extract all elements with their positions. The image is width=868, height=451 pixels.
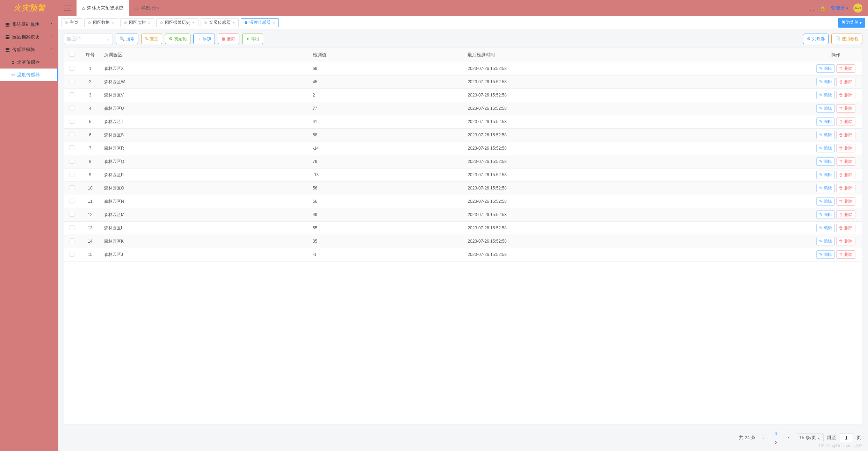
- top-tab-main[interactable]: ⌂ 森林火灾预警系统: [77, 0, 129, 16]
- workspace-tab[interactable]: 温度传感器×: [241, 18, 279, 27]
- select-all-checkbox[interactable]: [70, 52, 74, 57]
- workspace-tab[interactable]: 主页: [61, 18, 82, 27]
- page-size-select[interactable]: 15 条/页 ⌄: [797, 433, 824, 442]
- workspace-tab[interactable]: 园区监控×: [120, 18, 154, 27]
- menu-group[interactable]: 系统基础模块˅: [0, 18, 58, 31]
- page-number-button[interactable]: 2: [772, 438, 781, 447]
- row-delete-button[interactable]: 🗑删除: [836, 184, 855, 192]
- row-checkbox[interactable]: [70, 238, 74, 243]
- column-filter-button[interactable]: ⚙列筛选: [803, 34, 829, 44]
- jump-input[interactable]: [840, 433, 853, 442]
- row-checkbox[interactable]: [70, 79, 74, 84]
- row-delete-button[interactable]: 🗑删除: [836, 157, 855, 166]
- tutorial-button[interactable]: 📄使用教程: [831, 34, 862, 44]
- row-delete-button[interactable]: 🗑删除: [836, 78, 855, 86]
- tab-label: 烟雾传感器: [209, 20, 230, 26]
- row-checkbox[interactable]: [70, 185, 74, 190]
- top-tab-demo[interactable]: ☼ 样例演示: [129, 0, 165, 16]
- edit-button[interactable]: ✎编辑: [816, 157, 835, 166]
- row-delete-button[interactable]: 🗑删除: [836, 117, 855, 126]
- row-checkbox[interactable]: [70, 132, 74, 137]
- edit-button[interactable]: ✎编辑: [816, 224, 835, 232]
- workspace-tab[interactable]: 园区数据×: [84, 18, 118, 27]
- row-delete-button[interactable]: 🗑删除: [836, 91, 855, 99]
- close-icon[interactable]: ×: [148, 20, 150, 25]
- table-row: 4森林园区U772023-07-26 15:52:58✎编辑🗑删除: [64, 102, 862, 115]
- prev-page-button[interactable]: ‹: [759, 433, 768, 442]
- admin-dropdown[interactable]: 管理员 ▾: [831, 5, 848, 11]
- close-icon[interactable]: ×: [232, 20, 235, 25]
- row-checkbox[interactable]: [70, 225, 74, 230]
- edit-button[interactable]: ✎编辑: [816, 131, 835, 139]
- page-number-button[interactable]: 1: [772, 429, 781, 438]
- fullscreen-icon[interactable]: ⛶: [809, 5, 815, 11]
- search-button[interactable]: 🔍搜索: [116, 34, 138, 44]
- row-checkbox[interactable]: [70, 199, 74, 203]
- workspace-tab[interactable]: 烟雾传感器×: [201, 18, 239, 27]
- row-delete-button[interactable]: 🗑删除: [836, 144, 855, 152]
- row-checkbox[interactable]: [70, 145, 74, 150]
- row-checkbox[interactable]: [70, 212, 74, 217]
- delete-button[interactable]: 🗑删除: [218, 34, 239, 44]
- menu-group[interactable]: 园区档案模块˅: [0, 31, 58, 43]
- edit-button[interactable]: ✎编辑: [816, 250, 835, 259]
- edit-button[interactable]: ✎编辑: [816, 210, 835, 219]
- close-icon[interactable]: ×: [273, 20, 275, 25]
- row-delete-button[interactable]: 🗑删除: [836, 250, 855, 259]
- row-delete-button[interactable]: 🗑删除: [836, 210, 855, 219]
- row-checkbox[interactable]: [70, 159, 74, 164]
- tab-label: 园区数据: [93, 20, 110, 26]
- close-icon[interactable]: ×: [112, 20, 114, 25]
- row-delete-button[interactable]: 🗑删除: [836, 237, 855, 245]
- edit-button[interactable]: ✎编辑: [816, 197, 835, 206]
- avatar[interactable]: JAVA: [853, 3, 862, 13]
- cell-value: 77: [309, 102, 464, 115]
- menu-toggle-button[interactable]: [58, 0, 77, 16]
- cell-value: -13: [309, 168, 464, 181]
- edit-button[interactable]: ✎编辑: [816, 117, 835, 126]
- edit-button[interactable]: ✎编辑: [816, 171, 835, 179]
- edit-button[interactable]: ✎编辑: [816, 104, 835, 113]
- row-checkbox[interactable]: [70, 252, 74, 257]
- cell-value: 2: [309, 88, 464, 102]
- submenu-item[interactable]: 温度传感器: [0, 69, 58, 81]
- edit-icon: ✎: [819, 119, 823, 124]
- trash-icon: 🗑: [839, 133, 843, 137]
- add-button[interactable]: ＋添加: [193, 34, 215, 44]
- row-checkbox[interactable]: [70, 119, 74, 124]
- row-delete-button[interactable]: 🗑删除: [836, 197, 855, 206]
- menu-group[interactable]: 传感器模块˄: [0, 43, 58, 56]
- edit-button[interactable]: ✎编辑: [816, 144, 835, 152]
- row-delete-button[interactable]: 🗑删除: [836, 224, 855, 232]
- total-text: 共 24 条: [739, 435, 756, 441]
- row-checkbox[interactable]: [70, 66, 74, 71]
- cell-seq: 9: [80, 168, 101, 181]
- tab-label: 园区监控: [129, 20, 146, 26]
- edit-button[interactable]: ✎编辑: [816, 184, 835, 192]
- lock-icon[interactable]: 🔒: [819, 5, 826, 11]
- menu-label: 系统基础模块: [12, 21, 39, 28]
- edit-button[interactable]: ✎编辑: [816, 237, 835, 245]
- edit-button[interactable]: ✎编辑: [816, 78, 835, 86]
- workspace-tab[interactable]: 园区报警历史×: [156, 18, 198, 27]
- cell-time: 2023-07-26 15:52:58: [464, 62, 810, 75]
- close-menu-button[interactable]: 关闭菜单 ▾: [838, 18, 865, 28]
- row-delete-button[interactable]: 🗑删除: [836, 131, 855, 139]
- edit-button[interactable]: ✎编辑: [816, 91, 835, 99]
- reset-button[interactable]: ↻重置: [141, 34, 162, 44]
- row-delete-button[interactable]: 🗑删除: [836, 171, 855, 179]
- row-delete-button[interactable]: 🗑删除: [836, 64, 855, 73]
- row-delete-button[interactable]: 🗑删除: [836, 104, 855, 113]
- row-checkbox[interactable]: [70, 106, 74, 110]
- cell-park: 森林园区P: [101, 168, 309, 181]
- next-page-button[interactable]: ›: [784, 433, 793, 442]
- row-checkbox[interactable]: [70, 172, 74, 177]
- export-button[interactable]: ➤导出: [242, 34, 263, 44]
- park-id-select[interactable]: 园区ID ⌄: [64, 34, 113, 44]
- edit-button[interactable]: ✎编辑: [816, 64, 835, 73]
- init-button[interactable]: ⚙初始化: [165, 34, 190, 44]
- cell-value: 49: [309, 208, 464, 221]
- submenu-item[interactable]: 烟雾传感器: [0, 56, 58, 69]
- close-icon[interactable]: ×: [192, 20, 195, 25]
- row-checkbox[interactable]: [70, 92, 74, 97]
